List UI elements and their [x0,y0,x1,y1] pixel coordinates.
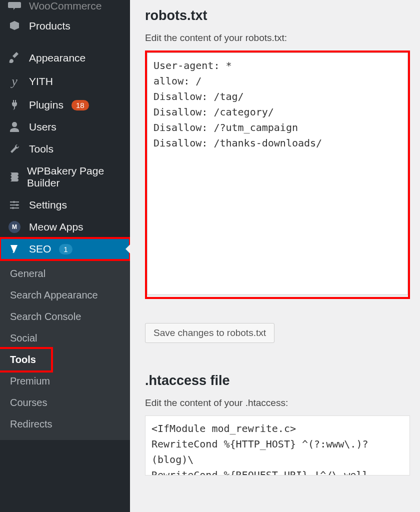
sidebar-item-label: SEO [29,243,51,255]
htaccess-heading: .htaccess file [145,373,410,388]
sidebar-item-yith[interactable]: y YITH [0,69,130,94]
sidebar-item-settings[interactable]: Settings [0,194,130,216]
sidebar-item-label: YITH [29,76,53,88]
svg-point-2 [12,207,14,209]
save-robots-button[interactable]: Save changes to robots.txt [145,323,274,343]
submenu-item-tools[interactable]: Tools [0,349,51,370]
sidebar-item-woocommerce[interactable]: WooCommerce [0,0,130,15]
sidebar-item-meow-apps[interactable]: M Meow Apps [0,216,130,238]
wrench-icon [7,143,22,155]
robots-heading: robots.txt [145,8,410,24]
submenu-item-general[interactable]: General [0,263,130,284]
sidebar-item-label: Products [29,20,70,32]
submenu-item-premium[interactable]: Premium [0,370,130,392]
yoast-icon [7,243,22,255]
sidebar-item-label: Plugins [29,99,64,111]
submenu-item-search-appearance[interactable]: Search Appearance [0,284,130,306]
box-icon [7,20,22,32]
htaccess-description: Edit the content of your .htaccess: [145,398,410,408]
plugins-update-badge: 18 [72,100,89,110]
sidebar-item-label: Users [29,121,56,133]
sidebar-item-label: Settings [29,199,67,211]
main-content: robots.txt Edit the content of your robo… [130,0,420,512]
sidebar-item-tools[interactable]: Tools [0,138,130,160]
sidebar-item-label: Tools [29,143,54,155]
admin-sidebar: WooCommerce Products Appearance y YITH P… [0,0,130,512]
sliders-icon [7,199,22,211]
submenu-item-social[interactable]: Social [0,328,130,349]
robots-description: Edit the content of your robots.txt: [145,32,410,44]
sidebar-item-products[interactable]: Products [0,15,130,37]
robots-textarea-highlight [145,50,410,299]
sidebar-item-users[interactable]: Users [0,116,130,138]
sidebar-item-label: Meow Apps [29,221,84,233]
user-icon [7,121,22,133]
yith-icon: y [7,74,22,89]
seo-notification-badge: 1 [59,244,72,254]
sidebar-item-plugins[interactable]: Plugins 18 [0,94,130,116]
robots-textarea[interactable] [147,52,408,295]
submenu-item-redirects[interactable]: Redirects [0,414,130,435]
sidebar-item-label: WPBakery Page Builder [27,165,124,189]
sidebar-item-label: Appearance [29,52,86,64]
htaccess-textarea[interactable] [145,416,410,476]
wpbakery-icon [7,170,20,184]
woocommerce-icon [7,1,22,11]
sidebar-item-label: WooCommerce [29,0,102,12]
svg-point-0 [13,201,15,203]
svg-point-1 [16,204,18,206]
plug-icon [7,99,22,111]
submenu-item-courses[interactable]: Courses [0,392,130,414]
sidebar-item-appearance[interactable]: Appearance [0,47,130,69]
meow-icon: M [7,221,22,233]
brush-icon [7,52,22,64]
submenu-item-search-console[interactable]: Search Console [0,306,130,328]
sidebar-item-wpbakery[interactable]: WPBakery Page Builder [0,160,130,194]
sidebar-item-seo[interactable]: SEO 1 [0,238,130,260]
seo-submenu: General Search Appearance Search Console… [0,260,130,440]
